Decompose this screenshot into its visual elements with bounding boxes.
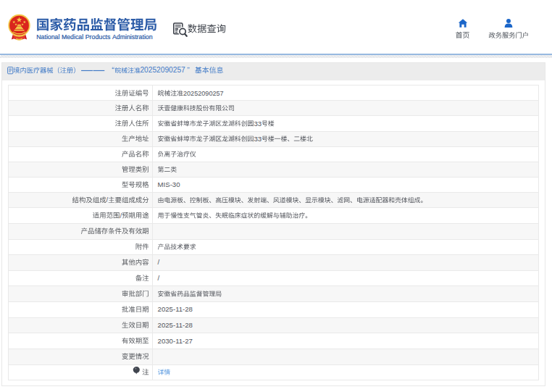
- svg-text:National: National: [36, 33, 59, 41]
- svg-text:Administration: Administration: [112, 33, 153, 41]
- svg-text:Products: Products: [85, 33, 111, 41]
- svg-text:Medical: Medical: [62, 33, 83, 41]
